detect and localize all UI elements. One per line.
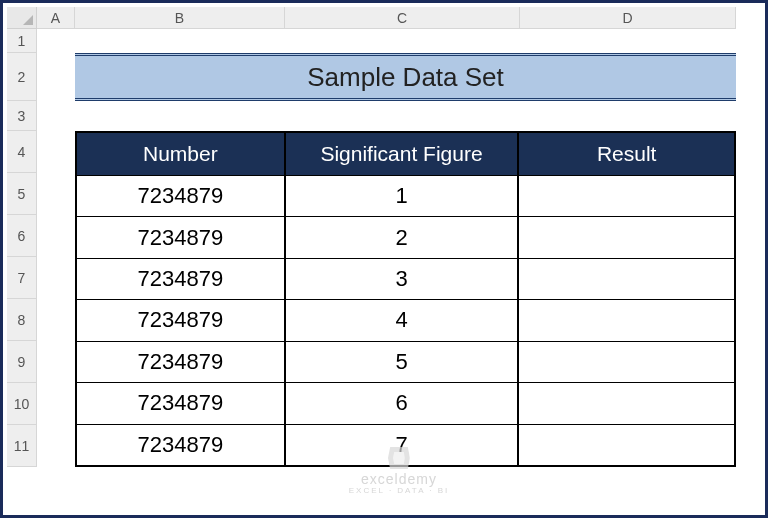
cell-result[interactable] [519, 216, 734, 257]
header-sigfig: Significant Figure [286, 133, 520, 175]
table-row: 72348792 [77, 216, 734, 257]
watermark-logo-icon [388, 447, 410, 469]
cell-number[interactable]: 7234879 [77, 299, 286, 340]
column-header-a[interactable]: A [37, 7, 75, 29]
cell-result[interactable] [519, 424, 734, 465]
header-sigfig-label: Significant Figure [320, 142, 482, 166]
row-header-7[interactable]: 7 [7, 257, 37, 299]
cell-result[interactable] [519, 299, 734, 340]
cell-sigfig[interactable]: 6 [286, 382, 520, 423]
header-number: Number [77, 133, 286, 175]
cell-number[interactable]: 7234879 [77, 424, 286, 465]
row-header-4[interactable]: 4 [7, 131, 37, 173]
row-header-11[interactable]: 11 [7, 425, 37, 467]
row-header-1[interactable]: 1 [7, 29, 37, 53]
watermark-tagline: EXCEL · DATA · BI [349, 486, 450, 495]
table-row: 72348795 [77, 341, 734, 382]
cell-sigfig[interactable]: 1 [286, 175, 520, 216]
row-header-9[interactable]: 9 [7, 341, 37, 383]
cell-number[interactable]: 7234879 [77, 175, 286, 216]
cell-number[interactable]: 7234879 [77, 258, 286, 299]
cell-sigfig[interactable]: 3 [286, 258, 520, 299]
row-header-3[interactable]: 3 [7, 101, 37, 131]
row-header-5[interactable]: 5 [7, 173, 37, 215]
select-all-cell[interactable] [7, 7, 37, 29]
cell-sigfig[interactable]: 4 [286, 299, 520, 340]
cell-result[interactable] [519, 341, 734, 382]
column-header-c[interactable]: C [285, 7, 520, 29]
table-row: 72348794 [77, 299, 734, 340]
title-text: Sample Data Set [307, 62, 504, 93]
spreadsheet: ABCD 1234567891011 Sample Data Set Numbe… [7, 7, 761, 511]
cell-result[interactable] [519, 175, 734, 216]
header-number-label: Number [143, 142, 218, 166]
header-result: Result [519, 133, 734, 175]
watermark: exceldemy EXCEL · DATA · BI [349, 447, 450, 495]
screenshot-frame: ABCD 1234567891011 Sample Data Set Numbe… [0, 0, 768, 518]
row-header-10[interactable]: 10 [7, 383, 37, 425]
cell-result[interactable] [519, 382, 734, 423]
row-header-2[interactable]: 2 [7, 53, 37, 101]
table-row: 72348793 [77, 258, 734, 299]
table-row: 72348791 [77, 175, 734, 216]
table-row: 72348796 [77, 382, 734, 423]
watermark-brand: exceldemy [361, 471, 437, 487]
header-result-label: Result [597, 142, 657, 166]
cell-sigfig[interactable]: 5 [286, 341, 520, 382]
cell-number[interactable]: 7234879 [77, 341, 286, 382]
cell-result[interactable] [519, 258, 734, 299]
cells-area: Sample Data Set Number Significant Figur… [37, 29, 761, 511]
data-table: Number Significant Figure Result 7234879… [75, 131, 736, 467]
cell-sigfig[interactable]: 2 [286, 216, 520, 257]
table-body: 7234879172348792723487937234879472348795… [77, 175, 734, 465]
row-header-8[interactable]: 8 [7, 299, 37, 341]
column-header-b[interactable]: B [75, 7, 285, 29]
column-headers: ABCD [37, 7, 761, 29]
cell-number[interactable]: 7234879 [77, 382, 286, 423]
row-header-6[interactable]: 6 [7, 215, 37, 257]
title-banner: Sample Data Set [75, 53, 736, 101]
table-header-row: Number Significant Figure Result [77, 133, 734, 175]
row-headers: 1234567891011 [7, 29, 37, 511]
column-header-d[interactable]: D [520, 7, 736, 29]
cell-number[interactable]: 7234879 [77, 216, 286, 257]
